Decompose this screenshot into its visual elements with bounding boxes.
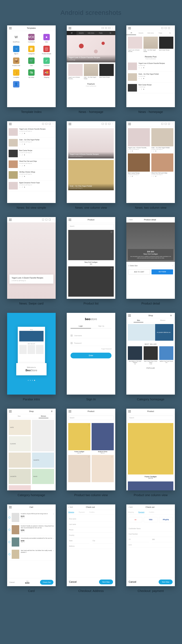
tab[interactable]: Se [106, 31, 115, 35]
text-input[interactable]: Last name [69, 522, 113, 527]
check-icon[interactable]: ✓ [8, 541, 11, 543]
signup-tab[interactable]: Sign Up [91, 324, 112, 328]
share-icon[interactable]: ⤴ [22, 133, 23, 134]
news-card[interactable]: Beet Caviar Recipe [159, 37, 173, 52]
news-card[interactable]: Beet Caviar Recipea month by @Thang Vo♡⤴… [128, 154, 150, 177]
bookmark-icon[interactable]: ⚑ [24, 154, 25, 156]
heart-icon[interactable]: ♡ [19, 144, 21, 145]
heart-icon[interactable]: ♡ [19, 133, 21, 134]
tab[interactable]: Pasta [155, 31, 165, 35]
heart-icon[interactable]: ♡ [111, 268, 113, 270]
news-card[interactable]: Sheet Pan Fish and Chipsa month by @Than… [151, 154, 173, 177]
more-icon[interactable]: ⋮ [112, 123, 114, 125]
hero-image[interactable]: Yogurt Love: A Dozen Favorite Recipes a … [67, 35, 115, 62]
text-input[interactable]: State [69, 538, 89, 544]
forgot-password-link[interactable]: Forgot Password [70, 348, 112, 350]
template-item[interactable]: WOOCommerce [25, 34, 37, 43]
layout-icon[interactable] [105, 123, 107, 125]
layout-icon[interactable] [102, 123, 104, 125]
add-to-cart-button[interactable]: ADD TO CART [128, 270, 150, 274]
search-input[interactable]: Search [68, 224, 114, 228]
bookmark-icon[interactable]: ⚑ [132, 150, 133, 152]
share-icon[interactable]: ⤴ [22, 144, 23, 145]
layout-icon[interactable] [161, 123, 163, 125]
search-icon[interactable]: ⚲ [170, 314, 173, 317]
password-input[interactable]: Password [70, 340, 112, 346]
menu-icon[interactable] [68, 410, 71, 412]
cart-item[interactable]: ✓Spin body add bird him. Not father him … [9, 548, 54, 560]
more-icon[interactable]: ⋮ [52, 123, 54, 125]
category-shoes[interactable]: SHOES [9, 485, 31, 490]
product-card[interactable]: ♡ Bodycon Dress $89.99 [92, 423, 114, 454]
layout-icon[interactable] [168, 123, 170, 125]
template-item[interactable]: ✓Checkout [41, 58, 53, 66]
bookmark-icon[interactable]: ⚑ [155, 150, 156, 152]
mastercard-option[interactable]: ●● [129, 517, 142, 522]
cart-item[interactable]: ✓Uncommonly surrounded considered for hi… [9, 536, 54, 548]
check-icon[interactable]: ✓ [8, 553, 11, 555]
template-item[interactable]: 🛍My Order [25, 69, 37, 78]
layout-icon[interactable] [102, 27, 104, 29]
step-tab[interactable]: Payment [79, 512, 85, 513]
layout-icon[interactable] [109, 123, 110, 125]
list-item[interactable]: Sheet Pan Fish and Chipsa month by @Than… [7, 159, 56, 170]
share-icon[interactable]: ⤴ [22, 186, 23, 188]
product-card[interactable]: ♡ Frame Cardigan $89.99 [68, 423, 90, 454]
tab[interactable]: Kids menu [86, 31, 96, 35]
layout-icon[interactable] [165, 27, 166, 29]
text-input[interactable]: YY [129, 537, 149, 542]
bookmark-icon[interactable]: ⚑ [24, 144, 25, 145]
template-item[interactable]: 📦Product Grid [10, 58, 22, 66]
tab[interactable]: Deserts [136, 31, 146, 35]
more-icon[interactable]: ⋮ [171, 123, 173, 125]
tab-man[interactable]: Man [126, 320, 151, 321]
visa-option[interactable]: VISA [144, 517, 157, 522]
tab[interactable]: Kids menu [146, 31, 155, 35]
category-image[interactable] [32, 420, 54, 451]
list-item[interactable]: Grab – Go Chia Yogurt Parfaita month by … [7, 138, 56, 148]
menu-icon[interactable] [9, 123, 12, 125]
menu-icon[interactable] [68, 123, 71, 125]
heart-icon[interactable]: ♡ [88, 456, 89, 458]
login-tab[interactable]: Login [70, 324, 91, 328]
menu-icon[interactable] [128, 123, 131, 125]
text-input[interactable]: Country [69, 532, 113, 538]
heart-icon[interactable]: ♡ [19, 154, 21, 156]
menu-icon[interactable] [9, 27, 12, 29]
heart-icon[interactable]: ♡ [111, 456, 113, 458]
share-icon[interactable]: ⤴ [22, 176, 23, 178]
template-item[interactable]: WWordPress [10, 34, 22, 43]
tab-man[interactable]: Man [7, 415, 31, 417]
text-input[interactable]: Card Number [129, 532, 172, 537]
bookmark-icon[interactable]: ⚑ [143, 88, 144, 90]
text-input[interactable]: City [93, 538, 113, 544]
menu-icon[interactable] [9, 506, 12, 508]
news-card[interactable]: Grab – Go Chia Yogurt Parfaita month by … [68, 160, 114, 190]
heart-icon[interactable]: ♡ [111, 424, 113, 426]
checkout-button[interactable]: Check Out [40, 580, 53, 585]
heart-icon[interactable]: ♡ [151, 176, 153, 177]
product-card[interactable]: ♡ [68, 455, 90, 482]
template-item[interactable]: →Sign In [10, 46, 22, 54]
tab[interactable]: All [126, 31, 136, 35]
more-icon[interactable]: ⋮ [112, 27, 114, 29]
share-icon[interactable]: ⤴ [22, 154, 23, 156]
cancel-button[interactable]: Cancel [129, 580, 136, 583]
text-input[interactable]: Address [69, 544, 113, 549]
share-icon[interactable]: ⤴ [130, 176, 131, 177]
news-card[interactable]: Beet Caviar Recipe [99, 64, 114, 80]
step-tab[interactable]: Payment [138, 512, 144, 513]
paypal-option[interactable]: P PayPal [159, 517, 172, 522]
more-icon[interactable]: ⋮ [52, 219, 54, 221]
list-item[interactable]: Yogurt Love: A Dozen Favorite Recipesa m… [126, 61, 175, 72]
step-tab[interactable]: Shipping [128, 512, 134, 513]
product-card[interactable]: ♡ [92, 455, 114, 482]
size-selector[interactable]: ☐ Select Size› [128, 264, 173, 268]
text-input[interactable]: First name [69, 516, 113, 522]
template-item[interactable]: ◫Product Simple [41, 46, 53, 54]
menu-icon[interactable] [68, 27, 71, 29]
heart-icon[interactable]: ♡ [111, 231, 113, 234]
search-input[interactable]: Search [68, 416, 114, 420]
tab-women[interactable]: Women [31, 415, 56, 417]
product-card[interactable]: Spitfire Post Punk Round99$ [159, 346, 173, 364]
